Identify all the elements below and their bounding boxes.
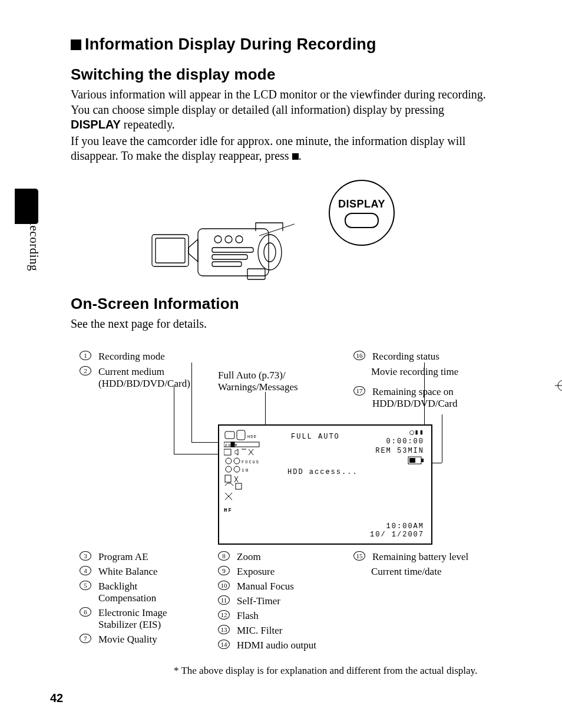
display-button-graphic: DISPLAY [329, 180, 395, 246]
svg-text:FOCUS: FOCUS [242, 460, 260, 465]
display-keyword: DISPLAY [71, 118, 121, 131]
svg-rect-11 [247, 269, 265, 279]
callout-num-16: 16 [353, 351, 365, 360]
callout-label-16: Recording status [372, 351, 439, 363]
callout-label-17: Remaining space onHDD/BD/DVD/Card [372, 386, 458, 410]
lcd-remaining: REM 53MIN [375, 447, 424, 455]
callout-9: 9Exposure [218, 566, 348, 578]
svg-point-23 [226, 466, 232, 472]
svg-rect-9 [212, 255, 247, 259]
svg-rect-27 [236, 483, 242, 489]
callout-11: 11Self-Timer [218, 595, 348, 607]
see-next-page: See the next page for details. [71, 317, 495, 332]
paragraph-2: If you leave the camcorder idle for appr… [71, 134, 495, 164]
callout-5: 5BacklightCompensation [80, 581, 209, 604]
lcd-rec-indicator: ◯▮▮ [409, 428, 424, 437]
svg-line-12 [259, 218, 295, 236]
footnote: * The above display is for explanation a… [174, 665, 477, 677]
svg-rect-26 [225, 475, 231, 482]
svg-rect-19 [224, 449, 231, 455]
crop-mark-icon [555, 377, 562, 394]
lcd-left-icons: HDD ZOOM FOCUS 10 HF [224, 429, 283, 547]
stop-button-icon [292, 153, 299, 160]
svg-point-7 [236, 236, 243, 243]
svg-text:HF: HF [224, 508, 233, 513]
callout-full-auto-warnings: Full Auto (p.73)/Warnings/Messages [218, 370, 324, 393]
callout-6: 6Electronic ImageStabilizer (EIS) [80, 607, 209, 631]
paragraph-1: Various information will appear in the L… [71, 87, 495, 133]
paragraph-2a: If you leave the camcorder idle for appr… [71, 134, 465, 163]
svg-point-5 [214, 236, 222, 243]
svg-text:HDD: HDD [247, 434, 257, 439]
callout-4: 4White Balance [80, 566, 209, 578]
subheading-onscreen: On-Screen Information [71, 295, 495, 313]
svg-rect-1 [156, 238, 185, 263]
display-button-pill-icon [345, 213, 379, 228]
callout-10: 10Manual Focus [218, 581, 348, 592]
paragraph-1a: Various information will appear in the L… [71, 88, 486, 116]
camcorder-illustration [147, 218, 295, 289]
lcd-mock-screen: HDD ZOOM FOCUS 10 HF FULL AUTO HDD acces… [218, 424, 432, 545]
section-heading-text: Information Display During Recording [85, 35, 376, 53]
callout-3: 3Program AE [80, 551, 209, 563]
callout-num-1: 1 [80, 351, 91, 360]
svg-point-24 [234, 466, 240, 472]
lcd-time-counter: 0:00:00 [386, 437, 424, 446]
callout-num-17: 17 [353, 386, 365, 396]
svg-point-21 [234, 458, 240, 464]
subheading-switching: Switching the display mode [71, 65, 495, 84]
battery-icon [408, 456, 424, 465]
callout-label-movie-rec-time: Movie recording time [371, 366, 458, 378]
lcd-clock-date: 10/ 1/2007 [370, 531, 424, 539]
page-number: 42 [50, 691, 63, 705]
svg-rect-30 [421, 459, 424, 462]
callout-label-1: Recording mode [98, 351, 165, 363]
display-button-label: DISPLAY [338, 198, 385, 210]
svg-point-6 [225, 236, 232, 243]
svg-text:10: 10 [242, 467, 250, 473]
paragraph-1b: repeatedly. [121, 118, 175, 131]
svg-rect-13 [225, 431, 234, 439]
lcd-hdd-access: HDD access... [287, 468, 358, 476]
callout-12: 12Flash [218, 610, 348, 622]
svg-rect-10 [212, 262, 242, 266]
svg-rect-14 [237, 430, 245, 440]
svg-point-20 [226, 458, 232, 464]
lcd-clock-time: 10:00AM [386, 522, 424, 531]
callout-15b: Current time/date [353, 566, 495, 578]
callout-16: 16 Recording status [353, 351, 495, 363]
callout-14: 14HDMI audio output [218, 640, 348, 651]
callout-7: 7Movie Quality [80, 634, 209, 645]
callout-8: 8Zoom [218, 551, 348, 563]
svg-rect-18 [231, 442, 234, 447]
lcd-full-auto: FULL AUTO [291, 433, 340, 441]
side-section-label: Recording [27, 217, 41, 271]
callout-num-2: 2 [80, 366, 91, 375]
svg-rect-8 [212, 248, 253, 252]
leader-line [191, 363, 192, 442]
callout-1: 1 Recording mode [80, 351, 215, 363]
svg-rect-31 [409, 458, 415, 463]
paragraph-2b: . [299, 149, 302, 162]
callout-label-2: Current medium(HDD/BD/DVD/Card) [98, 366, 190, 390]
callout-2: 2 Current medium(HDD/BD/DVD/Card) [80, 366, 215, 390]
callout-13: 13MIC. Filter [218, 625, 348, 637]
section-heading: Information Display During Recording [71, 35, 495, 54]
svg-point-3 [258, 235, 282, 270]
square-bullet-icon [71, 39, 81, 50]
svg-point-4 [264, 243, 276, 262]
leader-line [174, 386, 174, 454]
leader-line [442, 414, 442, 463]
callout-15: 15Remaining battery level [353, 551, 495, 563]
